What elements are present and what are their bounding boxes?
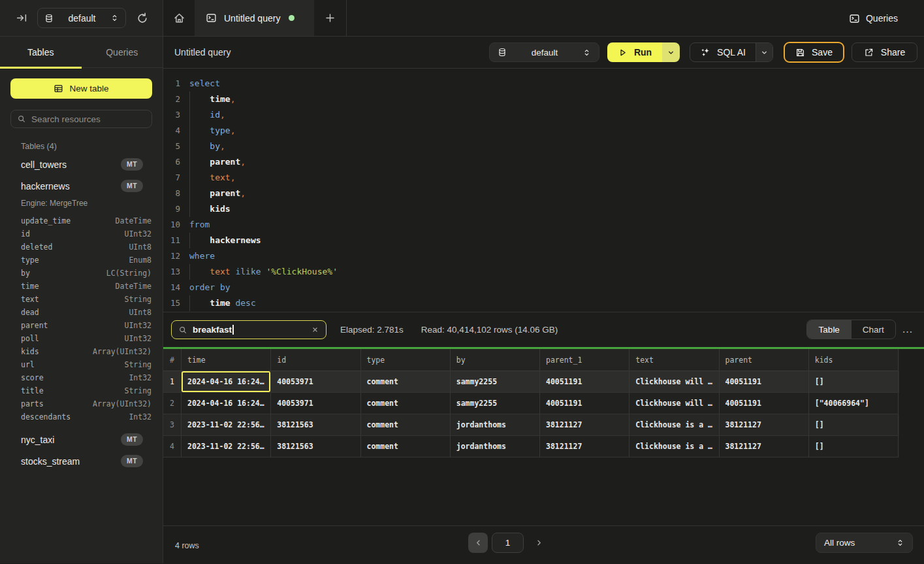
table-column-row[interactable]: scoreInt32 [0, 371, 163, 384]
sql-editor[interactable]: 1select2 time,3 id,4 type,5 by,6 parent,… [163, 69, 924, 312]
cell-kids-row3[interactable]: [] [809, 414, 899, 436]
run-options-button[interactable] [662, 42, 680, 62]
results-search-input[interactable]: breakfast [193, 325, 311, 335]
table-column-row[interactable]: idUInt32 [0, 227, 163, 241]
cell-kids-row1[interactable]: [] [809, 371, 899, 393]
view-toggle-chart[interactable]: Chart [852, 320, 896, 339]
table-column-row[interactable]: deletedUInt8 [0, 241, 163, 254]
cell-text-row1[interactable]: Clickhouse will … [629, 371, 719, 393]
table-column-row[interactable]: partsArray(UInt32) [0, 397, 163, 410]
sidebar-body: New table Tables (4) cell_towersMThacker… [0, 68, 163, 563]
cell-parent_1-row2[interactable]: 40051191 [540, 393, 629, 414]
new-tab-button[interactable] [314, 0, 346, 36]
code-content: select [180, 76, 220, 91]
run-button[interactable]: Run [607, 42, 680, 62]
cell-kids-row4[interactable]: [] [809, 436, 899, 457]
cell-type-row3[interactable]: comment [361, 414, 451, 436]
cell-parent_1-row1[interactable]: 40051191 [540, 371, 629, 393]
cell-time-row3[interactable]: 2023-11-02 22:56… [182, 414, 271, 436]
home-button[interactable] [163, 0, 195, 36]
column-header-id[interactable]: id [271, 349, 360, 371]
previous-page-button[interactable] [468, 533, 488, 553]
table-list-item-nyc_taxi[interactable]: nyc_taxiMT [0, 429, 163, 450]
column-header-#[interactable]: # [163, 349, 182, 371]
column-header-type[interactable]: type [361, 349, 451, 371]
sidebar-tab-tables[interactable]: Tables [0, 37, 82, 67]
database-selector-editor[interactable]: default [489, 42, 599, 62]
line-number: 5 [163, 139, 180, 154]
cell-by-row1[interactable]: sammy2255 [451, 371, 540, 393]
cell-parent_1-row4[interactable]: 38121127 [540, 436, 629, 457]
sql-ai-button-main[interactable]: SQL AI [690, 43, 756, 61]
table-column-row[interactable]: timeDateTime [0, 280, 163, 293]
column-name: poll [21, 334, 124, 343]
sql-ai-button[interactable]: SQL AI [690, 42, 773, 62]
column-header-parent[interactable]: parent [720, 349, 809, 371]
clear-search-button[interactable] [311, 325, 319, 334]
table-list-item-hackernews[interactable]: hackernewsMT [0, 175, 163, 197]
sql-ai-options-button[interactable] [756, 43, 773, 61]
new-table-button[interactable]: New table [10, 78, 152, 99]
table-column-row[interactable]: deadUInt8 [0, 306, 163, 319]
cell-type-row4[interactable]: comment [361, 436, 451, 457]
column-header-by[interactable]: by [451, 349, 540, 371]
cell-text-row2[interactable]: Clickhouse will … [629, 393, 719, 414]
sidebar-search[interactable] [10, 110, 152, 128]
run-button-main[interactable]: Run [607, 42, 662, 62]
table-column-row[interactable]: update_timeDateTime [0, 214, 163, 227]
refresh-button[interactable] [135, 10, 150, 26]
table-column-row[interactable]: byLC(String) [0, 267, 163, 280]
cell-time-row1[interactable]: 2024-04-16 16:24… [182, 371, 271, 393]
cell-parent_1-row3[interactable]: 38121127 [540, 414, 629, 436]
cell-by-row3[interactable]: jordanthoms [451, 414, 540, 436]
column-header-text[interactable]: text [629, 349, 719, 371]
table-column-row[interactable]: kidsArray(UInt32) [0, 345, 163, 358]
table-column-row[interactable]: typeEnum8 [0, 254, 163, 267]
cell-text-row3[interactable]: Clickhouse is a … [629, 414, 719, 436]
cell-type-row1[interactable]: comment [361, 371, 451, 393]
cell-time-row2[interactable]: 2024-04-16 16:24… [182, 393, 271, 414]
column-header-time[interactable]: time [182, 349, 271, 371]
database-selector-top[interactable]: default [37, 8, 126, 28]
save-button[interactable]: Save [784, 42, 844, 63]
table-column-row[interactable]: urlString [0, 358, 163, 371]
next-page-button[interactable] [530, 533, 547, 553]
table-column-row[interactable]: parentUInt32 [0, 319, 163, 332]
cell-id-row2[interactable]: 40053971 [271, 393, 360, 414]
results-more-button[interactable]: … [900, 320, 916, 339]
cell-parent-row4[interactable]: 38121127 [720, 436, 809, 457]
tab-untitled-query[interactable]: Untitled query [195, 0, 314, 36]
cell-parent-row1[interactable]: 40051191 [720, 371, 809, 393]
page-number[interactable]: 1 [492, 533, 524, 553]
sidebar-search-input[interactable] [31, 114, 146, 124]
column-type: UInt8 [129, 242, 151, 252]
column-header-kids[interactable]: kids [809, 349, 899, 371]
cell-type-row2[interactable]: comment [361, 393, 451, 414]
sidebar-tab-queries[interactable]: Queries [82, 37, 163, 67]
column-type: String [124, 295, 151, 304]
view-toggle-table[interactable]: Table [807, 320, 852, 339]
cell-by-row4[interactable]: jordanthoms [451, 436, 540, 457]
cell-text-row4[interactable]: Clickhouse is a … [629, 436, 719, 457]
table-column-row[interactable]: descendantsInt32 [0, 410, 163, 423]
results-search[interactable]: breakfast [171, 320, 327, 339]
cell-parent-row2[interactable]: 40051191 [720, 393, 809, 414]
cell-time-row4[interactable]: 2023-11-02 22:56… [182, 436, 271, 457]
cell-parent-row3[interactable]: 38121127 [720, 414, 809, 436]
table-column-row[interactable]: pollUInt32 [0, 332, 163, 345]
queries-link[interactable]: Queries [849, 0, 898, 37]
column-header-parent_1[interactable]: parent_1 [540, 349, 629, 371]
cell-id-row4[interactable]: 38121563 [271, 436, 360, 457]
table-column-row[interactable]: textString [0, 293, 163, 306]
collapse-sidebar-button[interactable] [14, 11, 29, 25]
cell-id-row3[interactable]: 38121563 [271, 414, 360, 436]
cell-kids-row2[interactable]: ["40066964"] [809, 393, 899, 414]
table-column-row[interactable]: titleString [0, 384, 163, 397]
cell-id-row1[interactable]: 40053971 [271, 371, 360, 393]
cell-by-row2[interactable]: sammy2255 [451, 393, 540, 414]
column-name: type [21, 256, 129, 265]
table-list-item-cell_towers[interactable]: cell_towersMT [0, 154, 163, 175]
page-size-selector[interactable]: All rows [816, 533, 913, 553]
share-button[interactable]: Share [852, 42, 917, 62]
table-list-item-stocks_stream[interactable]: stocks_streamMT [0, 450, 163, 472]
